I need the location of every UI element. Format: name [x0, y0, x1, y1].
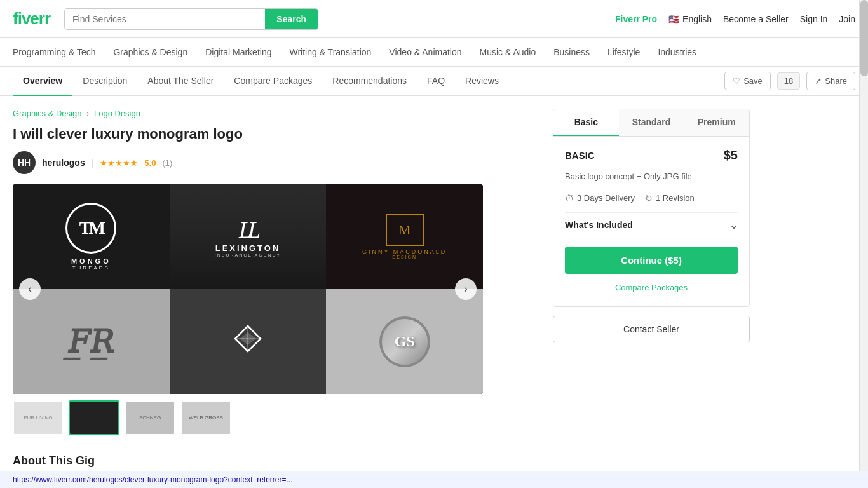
become-seller-link[interactable]: Become a Seller	[723, 14, 789, 24]
tab-compare-packages[interactable]: Compare Packages	[224, 67, 322, 96]
nav-graphics-design[interactable]: Graphics & Design	[113, 38, 187, 66]
about-title: About This Gig	[13, 454, 534, 468]
lex-mark: LL	[239, 217, 257, 243]
package-description: Basic logo concept + Only JPG file	[565, 170, 738, 183]
search-bar: Search	[64, 8, 318, 30]
lex-sub: INSURANCE AGENCY	[215, 253, 281, 257]
language-selector[interactable]: 🇺🇸 English	[668, 14, 712, 24]
breadcrumb-separator: ›	[86, 109, 92, 118]
tab-reviews[interactable]: Reviews	[455, 67, 509, 96]
status-url: https://www.fiverr.com/herulogos/clever-…	[13, 475, 293, 484]
join-link[interactable]: Join	[839, 14, 855, 24]
revision-label: 1 Revision	[656, 193, 695, 203]
nav-industries[interactable]: Industries	[658, 38, 696, 66]
save-label: Save	[743, 76, 763, 86]
status-bar: https://www.fiverr.com/herulogos/clever-…	[0, 471, 868, 488]
main-column: Graphics & Design › Logo Design I will c…	[13, 109, 534, 475]
gallery-cell-2: LL LEXINGTON INSURANCE AGENCY	[170, 184, 327, 289]
diamond-svg	[226, 323, 270, 361]
compare-packages-link[interactable]: Compare Packages	[565, 280, 738, 295]
heart-icon: ♡	[733, 76, 740, 86]
pkg-tab-basic[interactable]: Basic	[553, 109, 619, 136]
breadcrumb-category[interactable]: Graphics & Design	[13, 109, 81, 118]
language-label: English	[682, 14, 712, 24]
logo-mongo: TM MONGO THREADS	[65, 203, 116, 271]
pkg-tab-standard[interactable]: Standard	[619, 109, 684, 136]
gallery-cell-6: GS	[326, 289, 483, 394]
thumbnail-4[interactable]: WELB GROSS	[180, 400, 231, 435]
tab-about-seller[interactable]: About The Seller	[137, 67, 224, 96]
nav-music-audio[interactable]: Music & Audio	[480, 38, 536, 66]
tab-recommendations[interactable]: Recommendations	[322, 67, 417, 96]
gallery-cell-3: M GINNY MACDONALD DESIGN	[326, 184, 483, 289]
package-meta: ⏱ 3 Days Delivery ↻ 1 Revision	[565, 193, 738, 203]
whats-included-label: What's Included	[565, 220, 633, 230]
ginny-name: GINNY MACDONALD	[362, 248, 447, 255]
save-button[interactable]: ♡ Save	[724, 72, 771, 90]
continue-button[interactable]: Continue ($5)	[565, 247, 738, 274]
gallery-cell-5	[170, 289, 327, 394]
gallery-cell-1: TM MONGO THREADS	[13, 184, 170, 289]
scrollbar-thumb[interactable]	[860, 0, 868, 76]
clock-icon: ⏱	[565, 193, 574, 203]
seller-name[interactable]: herulogos	[42, 158, 85, 168]
package-price: $5	[724, 148, 738, 163]
thumb-label-4: WELB GROSS	[189, 415, 223, 421]
thumb-inner-1: FUR LIVING	[14, 402, 62, 434]
nav-business[interactable]: Business	[553, 38, 590, 66]
thumb-inner-2	[70, 402, 118, 434]
chevron-down-icon: ⌄	[729, 219, 738, 231]
side-column: Basic Standard Premium BASIC $5 Basic lo…	[553, 109, 750, 475]
breadcrumb-subcategory[interactable]: Logo Design	[94, 109, 140, 118]
ginny-mark: M	[386, 214, 424, 246]
contact-seller-button[interactable]: Contact Seller	[553, 316, 750, 342]
mongo-sub: THREADS	[72, 265, 110, 271]
logo[interactable]: fiverr	[13, 9, 50, 29]
share-button[interactable]: ↗ Share	[806, 72, 855, 90]
nav-writing-translation[interactable]: Writing & Translation	[289, 38, 371, 66]
about-section: About This Gig	[13, 454, 534, 468]
breadcrumb: Graphics & Design › Logo Design	[13, 109, 534, 118]
revision-meta: ↻ 1 Revision	[645, 193, 695, 203]
gallery-main: ‹ TM MONGO THREADS LL LEXINGTON INSURANC…	[13, 184, 483, 394]
nav-digital-marketing[interactable]: Digital Marketing	[205, 38, 271, 66]
mongo-brand: MONGO	[71, 257, 111, 265]
pkg-tab-premium[interactable]: Premium	[684, 109, 749, 136]
rating-value: 5.0	[144, 158, 156, 168]
thumbnail-2[interactable]	[69, 400, 119, 435]
sign-in-link[interactable]: Sign In	[800, 14, 828, 24]
scrollbar[interactable]	[859, 0, 868, 488]
gallery-next-button[interactable]: ›	[455, 278, 477, 300]
gig-title: I will clever luxury monogram logo	[13, 126, 534, 142]
search-button[interactable]: Search	[265, 9, 318, 29]
refresh-icon: ↻	[645, 193, 653, 203]
flag-icon: 🇺🇸	[668, 14, 679, 24]
thumbnail-1[interactable]: FUR LIVING	[13, 400, 64, 435]
whats-included[interactable]: What's Included ⌄	[565, 212, 738, 238]
logo-gs-circle: GS	[379, 316, 430, 367]
star-rating: ★★★★★	[100, 158, 138, 168]
share-label: Share	[825, 76, 847, 86]
lex-name: LEXINGTON	[215, 243, 281, 253]
thumb-inner-3: SCHNEG	[126, 402, 174, 434]
package-name: BASIC	[565, 150, 595, 161]
gallery-grid: TM MONGO THREADS LL LEXINGTON INSURANCE …	[13, 184, 483, 394]
search-input[interactable]	[65, 9, 265, 29]
delivery-label: 3 Days Delivery	[577, 193, 635, 203]
header: fiverr Search Fiverr Pro 🇺🇸 English Beco…	[0, 0, 868, 38]
package-card: Basic Standard Premium BASIC $5 Basic lo…	[553, 109, 750, 307]
nav-programming-tech[interactable]: Programming & Tech	[13, 38, 95, 66]
gallery-cell-4: F̲R̲	[13, 289, 170, 394]
thumbnail-3[interactable]: SCHNEG	[125, 400, 175, 435]
logo-lexington: LL LEXINGTON INSURANCE AGENCY	[215, 217, 281, 257]
tab-overview[interactable]: Overview	[13, 67, 72, 96]
nav-video-animation[interactable]: Video & Animation	[389, 38, 461, 66]
gallery-prev-button[interactable]: ‹	[19, 278, 41, 300]
tab-description[interactable]: Description	[72, 67, 137, 96]
ginny-sub: DESIGN	[392, 255, 417, 259]
package-body: BASIC $5 Basic logo concept + Only JPG f…	[553, 137, 749, 306]
fiverr-pro-link[interactable]: Fiverr Pro	[615, 14, 657, 24]
seller-info: HH herulogos | ★★★★★ 5.0 (1)	[13, 151, 534, 174]
nav-lifestyle[interactable]: Lifestyle	[607, 38, 640, 66]
tab-faq[interactable]: FAQ	[417, 67, 455, 96]
